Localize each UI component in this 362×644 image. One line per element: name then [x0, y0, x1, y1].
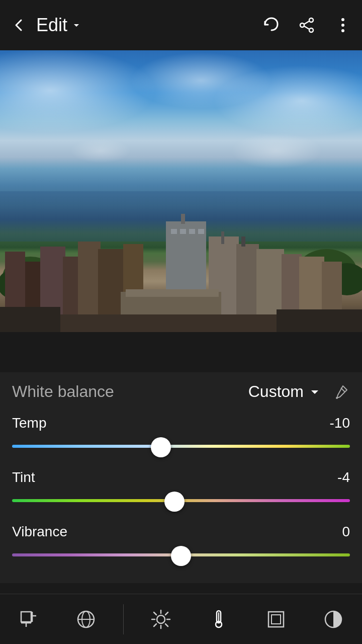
title-dropdown-icon — [70, 19, 82, 31]
eyedropper-button[interactable] — [332, 383, 350, 401]
svg-point-7 — [341, 29, 344, 32]
temp-track — [12, 445, 350, 448]
svg-line-60 — [154, 624, 156, 626]
white-balance-row: White balance Custom — [12, 382, 350, 401]
svg-rect-64 — [268, 612, 284, 627]
tool-lens[interactable] — [66, 599, 106, 639]
svg-rect-26 — [189, 229, 195, 234]
dropdown-arrow-icon — [308, 385, 322, 399]
white-balance-dropdown[interactable]: Custom — [248, 382, 322, 401]
tool-crop[interactable] — [9, 599, 49, 639]
vibrance-label: Vibrance — [12, 524, 67, 540]
tool-light[interactable] — [141, 599, 181, 639]
tint-slider-container[interactable] — [12, 492, 350, 512]
svg-point-5 — [341, 18, 344, 21]
svg-rect-39 — [181, 214, 185, 224]
share-icon — [297, 16, 316, 35]
svg-line-59 — [165, 612, 168, 615]
temp-label: Temp — [12, 415, 46, 431]
vibrance-thumb[interactable] — [171, 546, 191, 566]
svg-point-43 — [336, 397, 338, 399]
tint-section: Tint -4 — [12, 469, 350, 512]
white-balance-label: White balance — [12, 382, 114, 401]
svg-line-57 — [154, 612, 156, 615]
svg-rect-35 — [126, 289, 219, 297]
svg-rect-25 — [180, 229, 186, 234]
crop-icon — [17, 608, 40, 631]
svg-line-58 — [165, 624, 168, 626]
svg-point-2 — [309, 28, 313, 32]
thermometer-icon — [207, 608, 230, 631]
undo-button[interactable] — [259, 14, 282, 36]
tint-header: Tint -4 — [12, 469, 350, 486]
tint-label: Tint — [12, 469, 35, 486]
photo-display — [0, 50, 362, 332]
vibrance-slider-container[interactable] — [12, 546, 350, 566]
vibrance-value: 0 — [342, 524, 350, 540]
lens-icon — [74, 608, 98, 631]
share-button[interactable] — [296, 14, 318, 36]
undo-icon — [261, 16, 280, 35]
temp-header: Temp -10 — [12, 415, 350, 431]
tool-color[interactable] — [199, 599, 239, 639]
svg-point-1 — [300, 23, 304, 27]
tool-detail[interactable] — [256, 599, 296, 639]
tool-effects[interactable] — [313, 599, 353, 639]
more-icon — [333, 16, 352, 35]
dark-band — [0, 332, 362, 372]
svg-point-0 — [309, 18, 313, 22]
cityscape-svg — [0, 191, 362, 332]
tint-thumb[interactable] — [164, 492, 185, 512]
header-icons — [259, 14, 354, 36]
temp-slider-container[interactable] — [12, 437, 350, 457]
tint-value: -4 — [337, 469, 350, 486]
svg-rect-27 — [198, 229, 204, 234]
svg-line-42 — [341, 388, 345, 392]
svg-rect-37 — [0, 307, 60, 332]
toolbar-divider — [123, 604, 124, 634]
controls-panel: White balance Custom Temp -10 — [0, 372, 362, 583]
vibrance-header: Vibrance 0 — [12, 524, 350, 540]
svg-line-3 — [304, 21, 309, 24]
eyedropper-icon — [333, 384, 349, 400]
white-balance-preset: Custom — [248, 382, 304, 401]
white-balance-right: Custom — [248, 382, 350, 401]
halfcircle-icon — [322, 608, 345, 631]
svg-rect-38 — [277, 309, 362, 332]
svg-rect-44 — [21, 612, 31, 622]
title-text: Edit — [36, 15, 67, 36]
back-button[interactable] — [8, 14, 30, 36]
svg-point-52 — [157, 615, 165, 623]
sun-icon — [149, 608, 172, 631]
temp-thumb[interactable] — [151, 437, 171, 457]
temp-section: Temp -10 — [12, 415, 350, 457]
header-title[interactable]: Edit — [36, 15, 82, 36]
svg-rect-41 — [241, 236, 245, 247]
header: Edit — [0, 0, 362, 50]
bottom-toolbar — [0, 594, 362, 644]
svg-rect-40 — [221, 231, 224, 244]
temp-value: -10 — [330, 415, 350, 431]
more-button[interactable] — [332, 14, 354, 36]
vibrance-section: Vibrance 0 — [12, 524, 350, 566]
svg-rect-24 — [171, 229, 177, 234]
square-icon — [264, 608, 288, 631]
header-left: Edit — [8, 14, 82, 36]
svg-rect-65 — [272, 615, 281, 624]
svg-line-4 — [304, 26, 309, 29]
svg-point-6 — [341, 24, 344, 27]
